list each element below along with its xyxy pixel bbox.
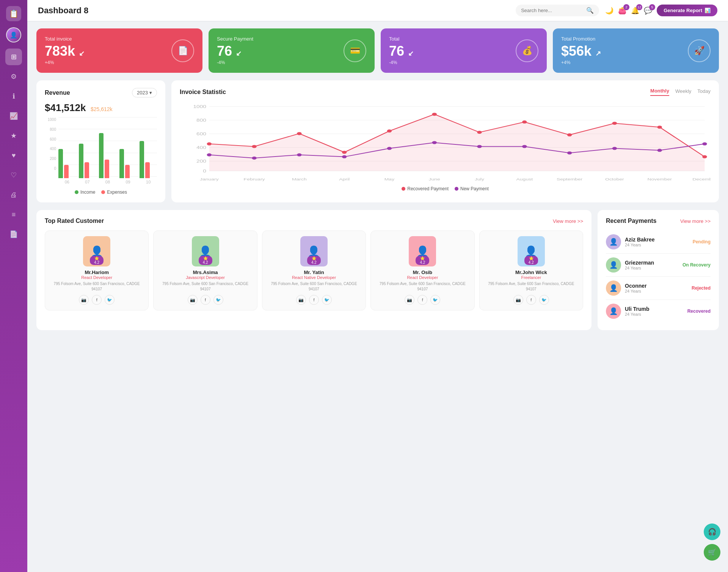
invoice-title: Invoice Statistic (180, 89, 226, 96)
new-payment-dot (477, 145, 482, 148)
sidebar-item-print[interactable]: 🖨 (5, 186, 22, 203)
payment-age: 24 Years (625, 266, 679, 270)
instagram-icon[interactable]: 📷 (79, 295, 89, 305)
invoice-legend: Recovered Payment New Payment (180, 186, 711, 191)
payments-card: Recent Payments View more >> 👤 Aziz Bakr… (598, 210, 719, 330)
twitter-icon[interactable]: 🐦 (539, 295, 549, 305)
facebook-icon[interactable]: f (92, 295, 102, 305)
instagram-icon[interactable]: 📷 (513, 295, 523, 305)
income-dot (75, 190, 78, 194)
sidebar-item-settings[interactable]: ⚙ (5, 68, 22, 85)
cart-button[interactable]: 🛒 (704, 544, 720, 561)
generate-report-button[interactable]: Generate Report 📊 (657, 5, 717, 16)
instagram-icon[interactable]: 📷 (188, 295, 198, 305)
payment-status: Rejected (692, 285, 711, 291)
customer-name: Mr.John Wick (483, 270, 579, 275)
x-label: August (516, 177, 533, 181)
recovered-dot (432, 113, 436, 116)
sidebar-logo[interactable]: 📋 (6, 6, 21, 21)
stat-trend-payment: -4% (217, 60, 253, 65)
cart-icon: 🛒 (708, 548, 716, 556)
stat-card-left-total: Total 76 ↙ -4% (389, 36, 414, 65)
customer-card: 👤 ⭐ 4.2 Mr.Hariom React Developer 795 Fo… (45, 230, 149, 310)
customer-name: Mr. Osib (375, 270, 470, 275)
sidebar-item-menu[interactable]: ≡ (5, 206, 22, 223)
support-button[interactable]: 🎧 (704, 523, 720, 540)
bottom-row: Top Rated Customer View more >> 👤 ⭐ 4.2 … (36, 210, 719, 330)
revenue-bar-chart: 1000 800 600 400 200 0 0607080910 (45, 118, 157, 186)
year-value: 2023 (137, 90, 148, 96)
twitter-icon[interactable]: 🐦 (213, 295, 223, 305)
sidebar-item-heart2[interactable]: ♡ (5, 167, 22, 183)
payments-view-more[interactable]: View more >> (680, 218, 711, 224)
customer-card: 👤 ⭐ 4.2 Mr. Yatin React Native Developer… (262, 230, 366, 310)
chat-icon-badge[interactable]: 💬 5 (644, 6, 652, 15)
payment-item: 👤 Uli Trumb 24 Years Recovered (606, 300, 711, 323)
customer-role: Javascript Developer (157, 275, 253, 280)
twitter-icon[interactable]: 🐦 (430, 295, 440, 305)
year-select[interactable]: 2023 ▾ (132, 88, 157, 97)
facebook-icon[interactable]: f (201, 295, 210, 305)
payment-name: Uli Trumb (625, 306, 684, 312)
wallet-icon-badge[interactable]: 👛 2 (618, 6, 626, 15)
customer-name: Mr.Hariom (49, 270, 144, 275)
customers-card: Top Rated Customer View more >> 👤 ⭐ 4.2 … (36, 210, 592, 330)
sidebar-item-dashboard[interactable]: ⊞ (5, 49, 22, 65)
customer-card: 👤 ⭐ 4.2 Mr.John Wick Freelancer 795 Fols… (479, 230, 583, 310)
customer-address: 795 Folsom Ave, Suite 600 San Francisco,… (483, 281, 579, 292)
tab-today[interactable]: Today (697, 88, 711, 96)
new-payment-dot (432, 141, 436, 144)
expense-bar (64, 165, 69, 178)
payment-name: Oconner (625, 283, 688, 289)
facebook-icon[interactable]: f (309, 295, 319, 305)
sidebar-item-chart[interactable]: 📈 (5, 108, 22, 124)
new-payment-dot (612, 147, 617, 150)
facebook-icon[interactable]: f (526, 295, 536, 305)
sidebar-item-heart[interactable]: ♥ (5, 147, 22, 164)
payment-status: On Recovery (682, 262, 711, 268)
instagram-icon[interactable]: 📷 (296, 295, 306, 305)
customer-photo: 👤 ⭐ 4.2 (83, 236, 110, 266)
chart-icon: 📈 (9, 112, 18, 120)
search-box[interactable]: 🔍 (516, 5, 599, 16)
bar-group (140, 141, 157, 178)
new-payment-dot (567, 151, 572, 154)
payment-info: Griezerman 24 Years (625, 260, 679, 270)
income-bar (99, 133, 104, 178)
bar-group (58, 149, 76, 178)
bell-icon-badge[interactable]: 🔔 12 (631, 6, 639, 15)
stat-label-payment: Secure Payment (217, 36, 253, 42)
sidebar-item-star[interactable]: ★ (5, 127, 22, 144)
revenue-legend: Income Expenses (45, 190, 157, 195)
generate-label: Generate Report (664, 8, 702, 13)
bar-group (119, 149, 137, 178)
star-icon: ★ (11, 132, 17, 140)
facebook-icon[interactable]: f (417, 295, 427, 305)
theme-toggle-icon[interactable]: 🌙 (605, 6, 613, 15)
recovered-dot (612, 122, 617, 125)
twitter-icon[interactable]: 🐦 (105, 295, 115, 305)
tab-monthly[interactable]: Monthly (650, 88, 669, 96)
sidebar-item-list[interactable]: 📄 (5, 226, 22, 243)
recovered-dot (342, 151, 347, 154)
search-input[interactable] (521, 8, 583, 13)
user-avatar[interactable]: 👤 (6, 27, 21, 42)
income-bar (119, 149, 124, 178)
instagram-icon[interactable]: 📷 (405, 295, 414, 305)
customers-title: Top Rated Customer (45, 218, 104, 224)
sidebar-item-info[interactable]: ℹ (5, 88, 22, 105)
income-bar (79, 144, 83, 178)
customer-name: Mrs.Asima (157, 270, 253, 275)
payment-status: Recovered (687, 309, 711, 314)
invoice-card: Invoice Statistic Monthly Weekly Today (171, 80, 719, 202)
customer-card: 👤 ⭐ 4.2 Mr. Osib React Developer 795 Fol… (370, 230, 474, 310)
svg-text:200: 200 (196, 159, 206, 163)
recovered-dot (207, 143, 212, 146)
customer-address: 795 Folsom Ave, Suite 600 San Francisco,… (375, 281, 470, 292)
twitter-icon[interactable]: 🐦 (322, 295, 332, 305)
recovered-dot (252, 145, 256, 148)
content-area: Total invoice 783k ↙ +4% 📄 Secure Paymen… (27, 21, 728, 572)
tab-weekly[interactable]: Weekly (675, 88, 691, 96)
customers-view-more[interactable]: View more >> (553, 218, 583, 224)
stat-value-total: 76 ↙ (389, 43, 414, 59)
